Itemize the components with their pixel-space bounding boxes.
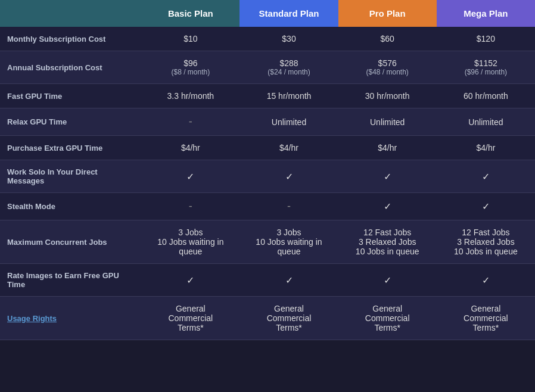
- pro-usage-line: Terms*: [344, 323, 431, 332]
- standard-usage-line: Commercial: [245, 313, 332, 323]
- mega-usage-line: Commercial: [443, 313, 529, 323]
- basic-concurrent: 3 Jobs10 Jobs waiting in queue: [141, 220, 239, 264]
- feature-label: Relax GPU Time: [0, 108, 141, 136]
- table-row: Stealth Mode--✓✓: [0, 193, 535, 220]
- pro-annual-value: $576($48 / month): [338, 51, 437, 84]
- pro-check: ✓: [338, 193, 437, 220]
- standard-usage-line: General: [245, 304, 332, 313]
- dash-icon: -: [189, 116, 192, 127]
- pro-value: $4/hr: [338, 136, 437, 160]
- basic-usage-line: Terms*: [147, 323, 234, 332]
- pricing-table-wrapper: Basic Plan Standard Plan Pro Plan Mega P…: [0, 0, 535, 340]
- dash-icon: -: [189, 200, 192, 212]
- feature-label: Rate Images to Earn Free GPU Time: [0, 264, 141, 297]
- pro-check: ✓: [338, 264, 437, 297]
- mega-check: ✓: [437, 193, 535, 220]
- mega-concurrent-line2: 3 Relaxed Jobs: [443, 237, 529, 247]
- standard-check: -: [239, 193, 338, 220]
- table-row: Monthly Subscription Cost$10$30$60$120: [0, 27, 535, 51]
- basic-check: ✓: [141, 160, 239, 193]
- pro-annual-sub: ($48 / month): [344, 68, 431, 76]
- mega-value: $4/hr: [437, 136, 535, 160]
- basic-plan-header: Basic Plan: [141, 0, 239, 27]
- table-row: Relax GPU Time-UnlimitedUnlimitedUnlimit…: [0, 108, 535, 136]
- mega-annual-value: $1152($96 / month): [437, 51, 535, 84]
- mega-value: 60 hr/month: [437, 84, 535, 108]
- basic-value: 3.3 hr/month: [141, 84, 239, 108]
- checkmark-icon: ✓: [285, 172, 293, 182]
- feature-label: Maximum Concurrent Jobs: [0, 220, 141, 264]
- basic-value: $4/hr: [141, 136, 239, 160]
- feature-label: Monthly Subscription Cost: [0, 27, 141, 51]
- basic-usage-line: Commercial: [147, 313, 234, 323]
- standard-concurrent-line2: 10 Jobs waiting in queue: [245, 237, 332, 256]
- checkmark-icon: ✓: [285, 275, 293, 285]
- feature-label: Usage Rights: [0, 297, 141, 340]
- basic-concurrent-line1: 3 Jobs: [147, 228, 234, 237]
- pro-usage-line: General: [344, 304, 431, 313]
- checkmark-icon: ✓: [186, 172, 194, 182]
- basic-usage-line: General: [147, 304, 234, 313]
- basic-annual-sub: ($8 / month): [147, 68, 234, 76]
- pro-concurrent-line1: 12 Fast Jobs: [344, 228, 431, 237]
- mega-check: ✓: [437, 160, 535, 193]
- checkmark-icon: ✓: [482, 201, 490, 211]
- feature-column-header: [0, 0, 141, 27]
- checkmark-icon: ✓: [384, 201, 391, 211]
- standard-value: 15 hr/month: [239, 84, 338, 108]
- pro-annual-main: $576: [344, 58, 431, 68]
- basic-concurrent-line2: 10 Jobs waiting in queue: [147, 237, 234, 256]
- feature-label: Annual Subscription Cost: [0, 51, 141, 84]
- table-row: Maximum Concurrent Jobs3 Jobs10 Jobs wai…: [0, 220, 535, 264]
- table-row: Fast GPU Time3.3 hr/month15 hr/month30 h…: [0, 84, 535, 108]
- standard-value: $4/hr: [239, 136, 338, 160]
- feature-label: Fast GPU Time: [0, 84, 141, 108]
- pro-usage-rights: GeneralCommercialTerms*: [338, 297, 437, 340]
- mega-annual-main: $1152: [443, 58, 529, 68]
- standard-annual-sub: ($24 / month): [245, 68, 332, 76]
- pro-value: Unlimited: [338, 108, 437, 136]
- table-row: Work Solo In Your Direct Messages✓✓✓✓: [0, 160, 535, 193]
- checkmark-icon: ✓: [384, 275, 391, 285]
- mega-value: $120: [437, 27, 535, 51]
- table-row: Usage RightsGeneralCommercialTerms*Gener…: [0, 297, 535, 340]
- feature-label: Purchase Extra GPU Time: [0, 136, 141, 160]
- checkmark-icon: ✓: [384, 172, 391, 182]
- pro-value: $60: [338, 27, 437, 51]
- standard-usage-line: Terms*: [245, 323, 332, 332]
- feature-label: Stealth Mode: [0, 193, 141, 220]
- basic-annual-value: $96($8 / month): [141, 51, 239, 84]
- table-row: Annual Subscription Cost$96($8 / month)$…: [0, 51, 535, 84]
- mega-concurrent-line1: 12 Fast Jobs: [443, 228, 529, 237]
- checkmark-icon: ✓: [482, 275, 490, 285]
- usage-rights-link[interactable]: Usage Rights: [7, 314, 57, 323]
- standard-value: Unlimited: [239, 108, 338, 136]
- basic-check: ✓: [141, 264, 239, 297]
- table-row: Rate Images to Earn Free GPU Time✓✓✓✓: [0, 264, 535, 297]
- mega-concurrent: 12 Fast Jobs3 Relaxed Jobs10 Jobs in que…: [437, 220, 535, 264]
- pro-plan-header: Pro Plan: [338, 0, 437, 27]
- table-row: Purchase Extra GPU Time$4/hr$4/hr$4/hr$4…: [0, 136, 535, 160]
- mega-value: Unlimited: [437, 108, 535, 136]
- pro-concurrent: 12 Fast Jobs3 Relaxed Jobs10 Jobs in que…: [338, 220, 437, 264]
- mega-usage-line: General: [443, 304, 529, 313]
- pro-usage-line: Commercial: [344, 313, 431, 323]
- basic-value: -: [141, 108, 239, 136]
- standard-plan-header: Standard Plan: [239, 0, 338, 27]
- standard-usage-rights: GeneralCommercialTerms*: [239, 297, 338, 340]
- mega-check: ✓: [437, 264, 535, 297]
- standard-value: $30: [239, 27, 338, 51]
- pro-value: 30 hr/month: [338, 84, 437, 108]
- pro-check: ✓: [338, 160, 437, 193]
- checkmark-icon: ✓: [186, 275, 194, 285]
- basic-usage-rights: GeneralCommercialTerms*: [141, 297, 239, 340]
- checkmark-icon: ✓: [482, 172, 490, 182]
- mega-concurrent-line3: 10 Jobs in queue: [443, 247, 529, 256]
- standard-check: ✓: [239, 160, 338, 193]
- mega-plan-header: Mega Plan: [437, 0, 535, 27]
- mega-usage-line: Terms*: [443, 323, 529, 332]
- basic-annual-main: $96: [147, 58, 234, 68]
- dash-icon: -: [287, 200, 291, 212]
- pricing-table: Basic Plan Standard Plan Pro Plan Mega P…: [0, 0, 535, 340]
- basic-check: -: [141, 193, 239, 220]
